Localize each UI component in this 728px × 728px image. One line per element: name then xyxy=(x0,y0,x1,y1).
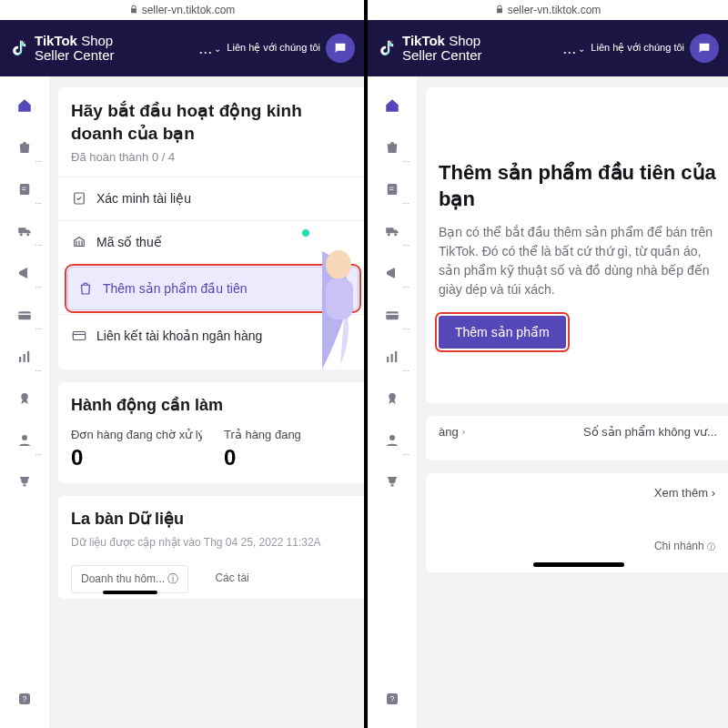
sidebar-item-trophy[interactable] xyxy=(9,470,40,495)
logo[interactable]: TikTok Shop Seller Center xyxy=(377,34,482,64)
lock-icon xyxy=(495,4,504,16)
step-add-first-product[interactable]: Thêm sản phẩm đầu tiên › xyxy=(67,267,359,310)
sidebar-item-help[interactable]: ? xyxy=(9,686,40,712)
sidebar-item-finance[interactable]: ... xyxy=(377,302,408,328)
shopping-bag-icon xyxy=(77,280,94,297)
sidebar-item-help[interactable]: ? xyxy=(377,686,408,712)
step-verify-documents[interactable]: Xác minh tài liệu xyxy=(58,177,364,219)
svg-point-18 xyxy=(388,233,390,236)
onboarding-progress: Đã hoàn thành 0 / 4 xyxy=(71,150,355,164)
logo-text: TikTok Shop Seller Center xyxy=(402,34,482,64)
compass-chip-assets[interactable]: Các tài xyxy=(205,565,258,593)
svg-rect-22 xyxy=(387,357,389,362)
sidebar-item-medal[interactable] xyxy=(377,386,408,411)
svg-text:?: ? xyxy=(23,695,27,703)
url-text: seller-vn.tiktok.com xyxy=(142,4,236,16)
metric-pending-orders[interactable]: Đơn hàng đang chờ xử lý› 0 xyxy=(71,428,202,470)
sidebar-item-trophy[interactable] xyxy=(377,470,408,495)
chevron-right-icon: › xyxy=(345,281,349,295)
logo[interactable]: TikTok Shop Seller Center xyxy=(9,34,115,64)
svg-rect-5 xyxy=(19,357,21,362)
chevron-right-icon: › xyxy=(712,486,715,500)
svg-point-2 xyxy=(26,233,29,236)
svg-rect-21 xyxy=(386,314,399,316)
sidebar: ... ... ... ... ... ... ... ? xyxy=(368,76,417,728)
sidebar: ... ... ... ... ... ... ... ? xyxy=(0,76,49,728)
compass-chip-revenue[interactable]: Doanh thu hôm... ⓘ xyxy=(71,565,188,593)
onboarding-card: Hãy bắt đầu hoạt động kinh doanh của bạn… xyxy=(58,87,364,369)
see-more-link[interactable]: Xem thêm › xyxy=(439,486,719,500)
step-link-bank[interactable]: Liên kết tài khoản ngân hàng xyxy=(58,314,364,357)
sidebar-item-medal[interactable] xyxy=(9,386,40,411)
svg-point-25 xyxy=(389,393,396,400)
svg-point-8 xyxy=(21,393,28,400)
svg-rect-3 xyxy=(18,311,31,319)
sidebar-item-promotion[interactable]: ... xyxy=(377,260,408,286)
url-bar: seller-vn.tiktok.com xyxy=(0,0,364,20)
lock-icon xyxy=(129,4,138,16)
chat-button[interactable] xyxy=(326,34,355,63)
contact-link[interactable]: Liên hệ với chúng tôi xyxy=(591,42,684,54)
header: TikTok Shop Seller Center ...⌄ Liên hệ v… xyxy=(368,20,728,76)
chevron-down-icon: ⌄ xyxy=(578,44,585,54)
compass-chip-branch[interactable]: Chi nhánh ⓘ xyxy=(654,536,715,557)
help-icon: ⓘ xyxy=(167,572,178,585)
main-content: Hãy bắt đầu hoạt động kinh doanh của bạn… xyxy=(49,76,364,728)
more-menu[interactable]: ...⌄ xyxy=(562,39,585,58)
url-text: seller-vn.tiktok.com xyxy=(508,4,602,16)
main-content: Thêm sản phẩm đầu tiên của bạn Bạn có th… xyxy=(417,76,728,728)
svg-rect-24 xyxy=(395,351,397,362)
home-indicator xyxy=(533,562,624,567)
svg-rect-23 xyxy=(391,354,393,362)
sidebar-item-promotion[interactable]: ... xyxy=(9,260,40,286)
help-icon: ⓘ xyxy=(707,542,715,551)
metric-returns[interactable]: Trả hàng đang 0 xyxy=(224,428,355,470)
svg-rect-6 xyxy=(24,354,25,362)
tiktok-icon xyxy=(377,38,397,58)
credit-card-icon xyxy=(71,328,87,344)
sidebar-item-analytics[interactable]: ... xyxy=(377,344,408,369)
svg-point-19 xyxy=(394,233,397,236)
sidebar-item-analytics[interactable]: ... xyxy=(9,344,40,369)
metric-orders-fragment[interactable]: àng › xyxy=(439,425,574,439)
svg-point-1 xyxy=(20,233,23,236)
document-check-icon xyxy=(71,190,87,207)
compass-updated: Dữ liệu được cập nhật vào Thg 04 25, 202… xyxy=(71,536,355,549)
sidebar-item-account[interactable]: ... xyxy=(9,428,40,453)
contact-link[interactable]: Liên hệ với chúng tôi xyxy=(227,42,320,54)
sidebar-item-shipping[interactable]: ... xyxy=(377,218,408,244)
sidebar-item-products[interactable]: ... xyxy=(9,135,40,160)
panel-left: seller-vn.tiktok.com TikTok Shop Seller … xyxy=(0,0,364,728)
sidebar-item-orders[interactable]: ... xyxy=(377,177,408,202)
chat-button[interactable] xyxy=(690,34,719,63)
sidebar-item-orders[interactable]: ... xyxy=(9,177,40,202)
first-product-title: Thêm sản phẩm đầu tiên của bạn xyxy=(439,160,719,212)
svg-point-26 xyxy=(389,435,395,440)
svg-point-9 xyxy=(22,435,27,440)
more-menu[interactable]: ...⌄ xyxy=(198,39,221,58)
todo-card: Hành động cần làm Đơn hàng đang chờ xử l… xyxy=(58,382,364,483)
sidebar-item-products[interactable]: ... xyxy=(377,135,408,160)
step-tax-id[interactable]: Mã số thuế xyxy=(58,220,364,263)
svg-text:?: ? xyxy=(390,695,395,703)
panel-right: seller-vn.tiktok.com TikTok Shop Seller … xyxy=(364,0,728,728)
onboarding-title: Hãy bắt đầu hoạt động kinh doanh của bạn xyxy=(71,100,355,145)
sidebar-item-account[interactable]: ... xyxy=(377,428,408,453)
sidebar-item-finance[interactable]: ... xyxy=(9,302,40,328)
compass-title: La bàn Dữ liệu xyxy=(71,509,355,529)
add-product-button[interactable]: Thêm sản phẩm xyxy=(439,316,566,349)
chevron-down-icon: ⌄ xyxy=(214,44,221,54)
todo-card: àng › Số sản phẩm không vư... › xyxy=(426,416,728,460)
todo-title: Hành động cần làm xyxy=(71,395,355,415)
logo-text: TikTok Shop Seller Center xyxy=(35,34,115,64)
metric-products-issue[interactable]: Số sản phẩm không vư... › xyxy=(583,425,719,439)
sidebar-item-home[interactable] xyxy=(377,93,408,118)
first-product-card: Thêm sản phẩm đầu tiên của bạn Bạn có th… xyxy=(426,87,728,403)
sidebar-item-shipping[interactable]: ... xyxy=(9,218,40,244)
chevron-right-icon: › xyxy=(462,427,465,437)
tiktok-icon xyxy=(9,38,29,58)
sidebar-item-home[interactable] xyxy=(9,93,40,118)
svg-rect-16 xyxy=(73,332,86,340)
bank-icon xyxy=(71,234,87,250)
svg-rect-4 xyxy=(18,314,31,316)
